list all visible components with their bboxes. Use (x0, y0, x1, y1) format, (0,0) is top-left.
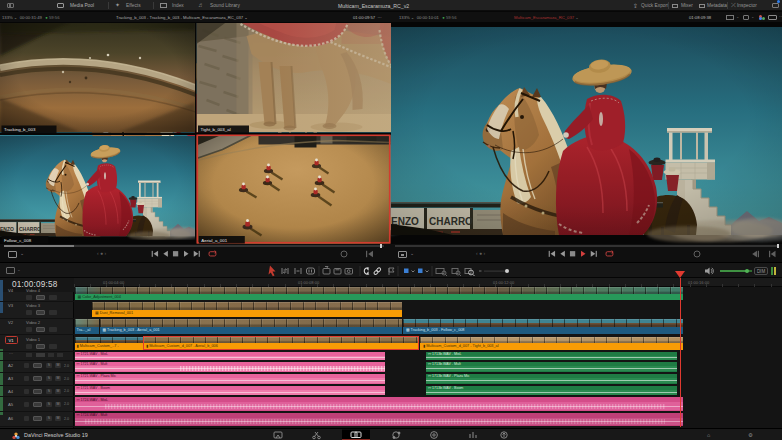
svg-text:Follow_c_008: Follow_c_008 (4, 238, 32, 243)
svg-text:Tight_b_003_al: Tight_b_003_al (201, 127, 231, 132)
svg-text:Tracking_b_003: Tracking_b_003 (4, 127, 36, 132)
svg-text:Aerial_a_001: Aerial_a_001 (201, 238, 227, 243)
